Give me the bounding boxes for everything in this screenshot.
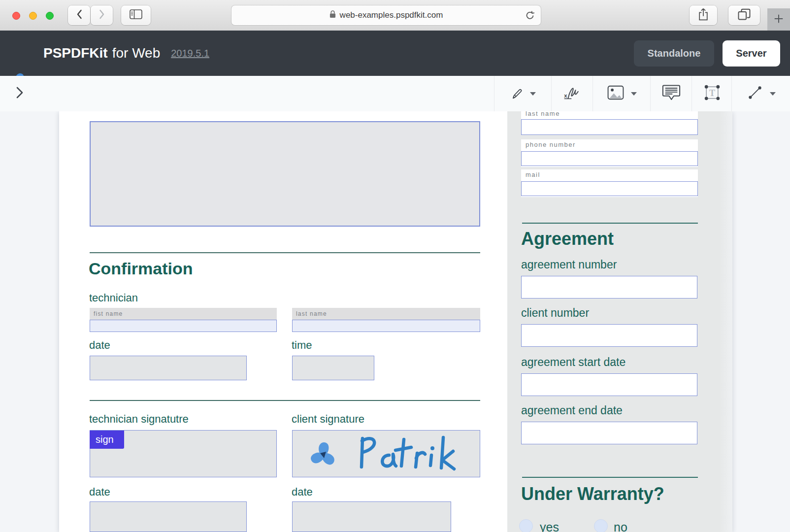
date-label: date xyxy=(89,339,110,352)
warranty-yes-radio[interactable] xyxy=(519,519,533,532)
agreement-number-input[interactable] xyxy=(521,276,697,299)
contact-mail-label: mail xyxy=(521,169,698,178)
agreement-start-date-input[interactable] xyxy=(521,373,697,396)
agreement-end-date-label: agreement end date xyxy=(521,404,623,417)
address-bar[interactable]: web-examples.pspdfkit.com xyxy=(231,5,541,25)
technician-signature-label: technician signatutre xyxy=(89,413,189,426)
ink-dropdown-icon[interactable] xyxy=(530,92,536,96)
section-divider xyxy=(90,252,480,253)
share-button[interactable] xyxy=(690,5,717,25)
version-link[interactable]: 2019.5.1 xyxy=(171,48,209,59)
date-input[interactable] xyxy=(90,356,247,380)
share-icon xyxy=(698,7,709,23)
server-button[interactable]: Server xyxy=(723,40,780,66)
brand-suffix: for Web xyxy=(112,45,161,61)
confirmation-title: Confirmation xyxy=(89,259,193,278)
back-icon xyxy=(76,9,82,21)
client-number-label: client number xyxy=(521,306,589,320)
contact-mail-field: mail xyxy=(521,169,698,197)
contact-last-name-input[interactable] xyxy=(521,119,698,135)
close-window-button[interactable] xyxy=(12,12,20,20)
contact-last-name-label: last name xyxy=(521,111,698,117)
technician-last-name-input[interactable] xyxy=(292,320,480,332)
note-tool-button[interactable] xyxy=(650,76,692,111)
notes-field[interactable] xyxy=(90,121,480,227)
time-input[interactable] xyxy=(292,356,374,380)
sidebar-divider xyxy=(522,223,698,224)
reload-button[interactable] xyxy=(525,10,535,23)
text-tool-button[interactable]: T xyxy=(691,76,732,111)
tabs-icon xyxy=(738,8,751,22)
tabs-overview-button[interactable] xyxy=(728,5,760,25)
line-icon xyxy=(747,85,763,102)
annotation-toolbar: x T xyxy=(0,76,790,112)
toolbar-expand-button[interactable] xyxy=(0,76,39,111)
agreement-number-label: agreement number xyxy=(521,258,617,271)
signature-icon: x xyxy=(563,85,581,102)
warranty-no-label: no xyxy=(614,520,627,532)
chevron-right-icon xyxy=(15,86,24,101)
back-button[interactable] xyxy=(68,5,90,25)
app-title: PSPDFKitfor Web xyxy=(43,45,160,61)
technician-first-name-input[interactable] xyxy=(90,320,277,332)
sidebar-toggle-button[interactable] xyxy=(121,5,151,25)
minimize-window-button[interactable] xyxy=(29,12,37,20)
warranty-title: Under Warranty? xyxy=(521,484,664,504)
technician-date-label: date xyxy=(89,486,110,499)
brand-name: PSPDFKit xyxy=(43,45,108,61)
agreement-end-date-input[interactable] xyxy=(521,422,697,444)
technician-first-name-label: fist name xyxy=(90,308,277,320)
sidebar-divider xyxy=(522,477,698,478)
agreement-title: Agreement xyxy=(521,229,614,249)
forward-icon xyxy=(99,9,105,21)
contact-phone-label: phone number xyxy=(521,139,698,148)
svg-text:T: T xyxy=(709,88,715,98)
contact-phone-field: phone number xyxy=(521,139,698,167)
agreement-start-date-label: agreement start date xyxy=(521,356,625,369)
signature-tool-button[interactable]: x xyxy=(551,76,593,111)
browser-window: web-examples.pspdfkit.com xyxy=(0,0,790,532)
client-date-input[interactable] xyxy=(292,501,451,532)
client-number-input[interactable] xyxy=(521,324,697,347)
section-divider xyxy=(90,400,480,401)
warranty-no-radio[interactable] xyxy=(594,519,608,532)
image-tool-button[interactable] xyxy=(592,76,651,111)
zoom-window-button[interactable] xyxy=(46,12,54,20)
image-dropdown-icon[interactable] xyxy=(631,92,637,96)
forward-button[interactable] xyxy=(91,5,113,25)
sign-button[interactable]: sign xyxy=(90,431,124,449)
app-header: PSPDFKitfor Web 2019.5.1 Standalone Serv… xyxy=(0,31,790,76)
time-label: time xyxy=(292,339,312,352)
lock-icon xyxy=(329,10,336,21)
svg-text:x: x xyxy=(564,93,567,99)
line-tool-button[interactable] xyxy=(731,76,790,111)
document-viewport[interactable]: Confirmation technician fist name last n… xyxy=(0,111,790,532)
technician-group-label: technician xyxy=(89,292,138,304)
line-dropdown-icon[interactable] xyxy=(770,92,776,96)
contact-phone-input[interactable] xyxy=(521,151,698,166)
sidebar-icon xyxy=(130,9,142,21)
ink-pen-icon xyxy=(510,86,523,101)
ink-tool-button[interactable] xyxy=(494,76,552,111)
note-icon xyxy=(662,84,681,103)
image-icon xyxy=(607,85,624,102)
standalone-button[interactable]: Standalone xyxy=(634,40,714,66)
client-date-label: date xyxy=(292,486,313,499)
client-signature-field[interactable] xyxy=(292,430,480,477)
text-icon: T xyxy=(704,84,721,103)
browser-toolbar: web-examples.pspdfkit.com xyxy=(0,0,790,31)
contact-mail-input[interactable] xyxy=(521,181,698,196)
plus-icon xyxy=(773,13,784,26)
mode-switch: Standalone Server xyxy=(634,40,780,66)
warranty-yes-label: yes xyxy=(540,520,559,532)
client-signature-label: client signature xyxy=(292,413,364,426)
technician-last-name-label: last name xyxy=(292,308,480,320)
technician-date-input[interactable] xyxy=(90,501,247,532)
address-text: web-examples.pspdfkit.com xyxy=(340,10,443,20)
contact-last-name-field: last name xyxy=(521,111,698,135)
new-tab-button[interactable] xyxy=(767,8,790,31)
client-signature-drawing xyxy=(293,431,479,476)
